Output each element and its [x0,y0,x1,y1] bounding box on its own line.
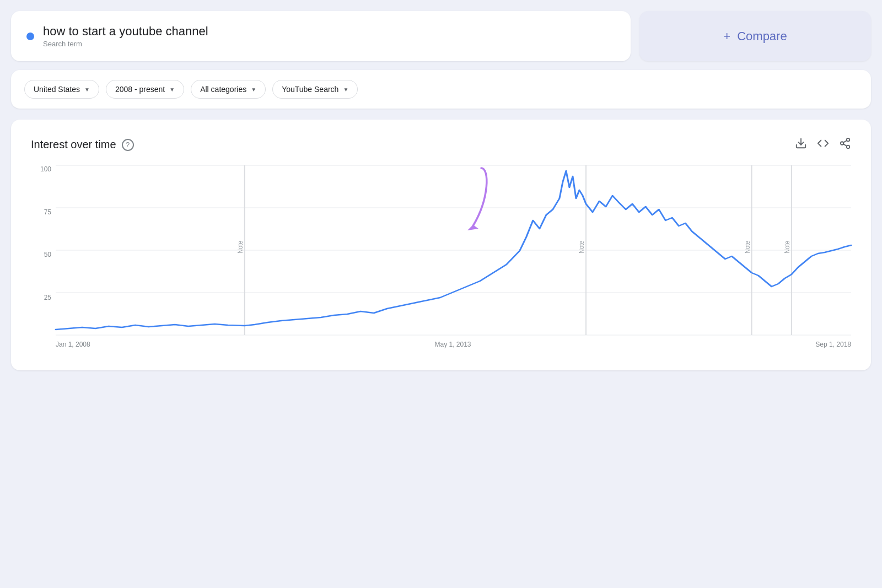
compare-plus-icon: + [723,29,730,44]
filter-category[interactable]: All categories ▼ [191,80,266,99]
search-dot [26,33,34,40]
y-labels: 100 75 50 25 [31,165,56,336]
filter-category-label: All categories [200,85,246,94]
chevron-down-icon: ▼ [84,87,90,93]
help-icon[interactable]: ? [122,139,134,151]
share-icon[interactable] [839,137,851,152]
chart-title-group: Interest over time ? [31,138,134,151]
svg-text:Note: Note [236,241,244,253]
x-label-2013: May 1, 2013 [434,341,471,348]
filters-row: United States ▼ 2008 - present ▼ All cat… [11,70,871,109]
filter-period-label: 2008 - present [115,85,165,94]
search-text-block: how to start a youtube channel Search te… [43,24,208,48]
filter-region-label: United States [34,85,80,94]
x-labels: Jan 1, 2008 May 1, 2013 Sep 1, 2018 [56,336,851,353]
filter-source[interactable]: YouTube Search ▼ [272,80,358,99]
svg-line-5 [843,141,847,143]
chart-inner: Note Note Note Note [56,165,851,336]
filter-source-label: YouTube Search [282,85,338,94]
filter-region[interactable]: United States ▼ [24,80,99,99]
x-label-2018: Sep 1, 2018 [815,341,851,348]
svg-line-4 [843,144,847,146]
svg-text:Note: Note [577,241,585,253]
embed-icon[interactable] [817,137,829,152]
chart-area: 100 75 50 25 Note Note Note [31,165,851,353]
y-label-50: 50 [44,251,51,258]
chart-svg: Note Note Note Note [56,165,851,336]
search-term-sub: Search term [43,40,208,48]
svg-text:Note: Note [783,241,791,253]
compare-label: Compare [737,29,787,44]
svg-text:Note: Note [743,241,751,253]
chevron-down-icon: ▼ [169,87,175,93]
compare-card[interactable]: + Compare [639,11,871,61]
y-label-100: 100 [40,165,51,173]
search-term-main: how to start a youtube channel [43,24,208,39]
chevron-down-icon: ▼ [251,87,256,93]
search-term-card: how to start a youtube channel Search te… [11,11,631,61]
chart-title: Interest over time [31,138,116,151]
chart-actions [795,137,851,152]
y-label-75: 75 [44,208,51,216]
download-icon[interactable] [795,137,807,152]
y-label-25: 25 [44,294,51,301]
chart-card: Interest over time ? [11,120,871,370]
x-label-2008: Jan 1, 2008 [56,341,90,348]
chevron-down-icon: ▼ [343,87,348,93]
filter-period[interactable]: 2008 - present ▼ [106,80,184,99]
chart-header: Interest over time ? [31,137,851,152]
